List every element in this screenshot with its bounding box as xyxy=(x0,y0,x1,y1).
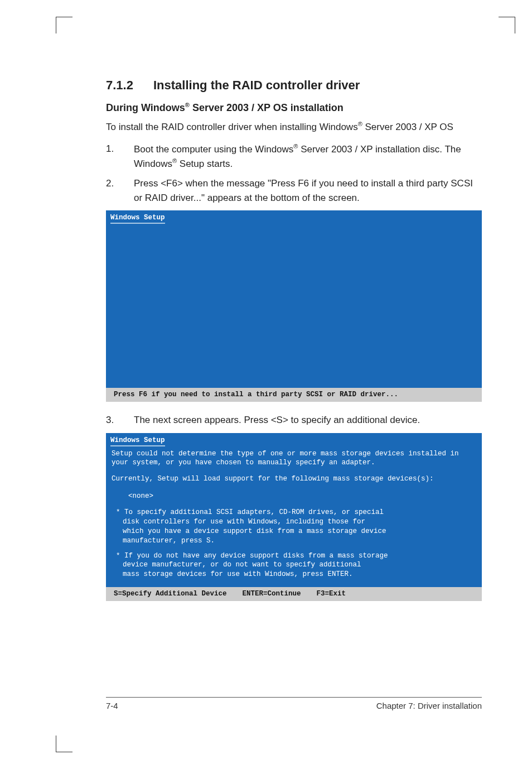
steps-list-cont: 3. The next screen appears. Press <S> to… xyxy=(106,413,482,427)
step-text: Boot the computer using the Windows® Ser… xyxy=(134,142,482,171)
step-number: 1. xyxy=(106,142,134,171)
crop-mark-bl xyxy=(56,736,72,752)
section-title: Installing the RAID controller driver xyxy=(153,78,360,92)
intro-text: To install the RAID controller driver wh… xyxy=(106,119,482,134)
subsection-prefix: During Windows xyxy=(106,102,185,113)
crop-mark-tl xyxy=(56,17,72,33)
setup-screen-1: Windows Setup Press F6 if you need to in… xyxy=(106,210,482,402)
step-number: 3. xyxy=(106,413,134,427)
setup-title: Windows Setup xyxy=(106,433,482,446)
step-3: 3. The next screen appears. Press <S> to… xyxy=(106,413,482,427)
page-number: 7-4 xyxy=(106,701,118,710)
registered-icon: ® xyxy=(185,102,190,108)
step-number: 2. xyxy=(106,176,134,205)
setup-statusbar: S=Specify Additional DeviceENTER=Continu… xyxy=(106,587,482,601)
setup-statusbar: Press F6 if you need to install a third … xyxy=(106,388,482,402)
footer-rule xyxy=(106,697,482,698)
statusbar-text: Press F6 if you need to install a third … xyxy=(114,391,398,398)
section-heading: 7.1.2Installing the RAID controller driv… xyxy=(106,78,482,93)
status-continue: ENTER=Continue xyxy=(243,589,301,599)
setup-screen-2: Windows Setup Setup could not determine … xyxy=(106,433,482,601)
setup-none-list: <none> xyxy=(112,492,476,501)
status-exit: F3=Exit xyxy=(317,589,346,599)
setup-bullet-1: * To specify additional SCSI adapters, C… xyxy=(112,508,476,546)
setup-title: Windows Setup xyxy=(106,210,482,223)
chapter-label: Chapter 7: Driver installation xyxy=(376,701,482,710)
setup-paragraph: Currently, Setup will load support for t… xyxy=(112,474,476,484)
steps-list: 1. Boot the computer using the Windows® … xyxy=(106,142,482,205)
registered-icon: ® xyxy=(172,157,177,164)
setup-paragraph: Setup could not determine the type of on… xyxy=(112,449,476,468)
subsection-heading: During Windows® Server 2003 / XP OS inst… xyxy=(106,102,482,114)
page-footer: 7-4 Chapter 7: Driver installation xyxy=(106,701,482,710)
step-2: 2. Press <F6> when the message "Press F6… xyxy=(106,176,482,205)
status-specify: S=Specify Additional Device xyxy=(114,589,227,599)
step-text: Press <F6> when the message "Press F6 if… xyxy=(134,176,482,205)
registered-icon: ® xyxy=(358,121,362,127)
intro-part2: Server 2003 / XP OS xyxy=(362,122,453,132)
setup-body-empty xyxy=(106,223,482,388)
crop-mark-tr xyxy=(499,17,515,33)
setup-body: Setup could not determine the type of on… xyxy=(106,446,482,588)
intro-part1: To install the RAID controller driver wh… xyxy=(106,122,358,132)
setup-bullet-2: * If you do not have any device support … xyxy=(112,551,476,580)
step-text: The next screen appears. Press <S> to sp… xyxy=(134,413,482,427)
step-1: 1. Boot the computer using the Windows® … xyxy=(106,142,482,171)
section-number: 7.1.2 xyxy=(106,78,153,93)
subsection-suffix: Server 2003 / XP OS installation xyxy=(190,102,344,113)
